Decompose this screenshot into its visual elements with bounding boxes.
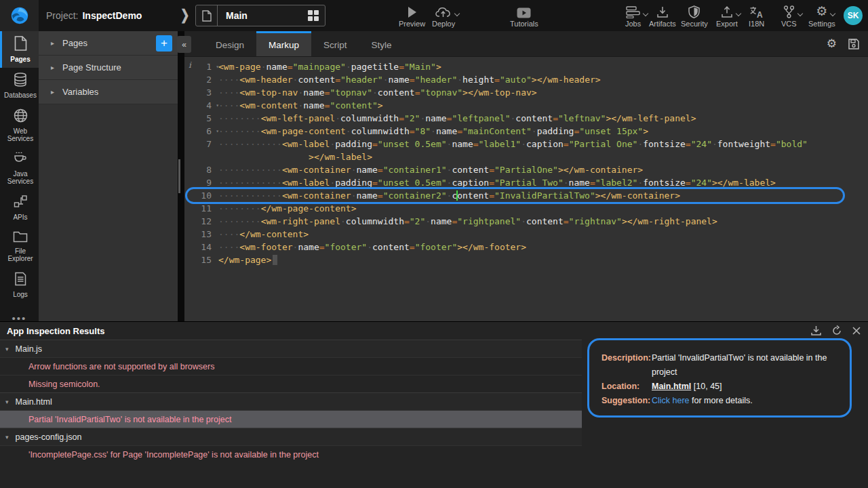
refresh-icon[interactable] [831,325,842,336]
sidebar-item-web-services[interactable]: Web Services [0,104,39,147]
caret-down-icon[interactable]: ▾ [5,399,9,405]
tab-style[interactable]: Style [359,31,404,56]
code-line-14[interactable]: 14····<wm-footer·name="footer"·content="… [184,241,868,253]
sidebar-item-databases[interactable]: Databases [0,68,39,104]
error-detail-tooltip: Description: Partial 'InvalidPartialTwo'… [587,338,852,418]
sidebar-item-file-explorer[interactable]: File Explorer [0,226,39,267]
caret-down-icon[interactable]: ▾ [5,434,9,441]
inspection-error[interactable]: 'IncompletePage.css' for Page 'Incomplet… [0,445,582,463]
tab-markup[interactable]: Markup [256,31,311,56]
code-line-7[interactable]: 7············<wm-label·padding="unset 0.… [184,138,868,163]
tutorials-label: Tutorials [510,20,538,28]
inspection-group-Main.html[interactable]: ▾Main.html [0,392,582,410]
code-line-12[interactable]: 12········<wm-right-panel·columnwidth="2… [184,215,868,228]
collapse-panel-button[interactable]: « [177,36,191,53]
code-line-8[interactable]: 8············<wm-container·name="contain… [184,163,868,176]
top-bar: Project: InspectDemo ❯ Main PreviewDeplo… [0,0,868,31]
code-text: ····<wm-content·name="content"> [214,99,383,112]
tree-section-label: Pages [62,38,87,48]
code-line-9[interactable]: 9············<wm-label·padding="unset 0.… [184,176,868,189]
page-switcher[interactable]: Main [195,5,326,26]
code-line-15[interactable]: 15</wm-page> [184,253,868,266]
tree-section-variables[interactable]: ▸Variables [39,80,178,104]
settings-label: Settings [808,20,835,28]
line-number: 7 [184,138,214,163]
location-file-link[interactable]: Main.html [652,382,691,391]
page-grid-icon[interactable] [308,10,319,22]
line-number: 3 [184,86,214,99]
security-button[interactable]: Security [681,3,708,28]
artifacts-button[interactable]: Artifacts [649,3,676,28]
i18n-label: I18N [749,20,764,28]
current-page-name: Main [218,10,308,21]
tree-section-page-structure[interactable]: ▸Page Structure [39,56,178,80]
gear-icon: ⚙ [816,3,827,18]
code-line-10[interactable]: 10············<wm-container·name="contai… [184,189,868,202]
code-line-1[interactable]: 1▾<wm-page·name="mainpage"·pagetitle="Ma… [184,60,868,73]
sidebar-item-java-services[interactable]: Java Services [0,147,39,190]
export-button[interactable]: Export [716,3,738,28]
tree-section-pages[interactable]: ▸Pages+ [39,31,178,56]
vcs-button[interactable]: VCS [781,3,797,28]
inspection-header: App Inspection Results [0,322,868,340]
code-area[interactable]: i 1▾<wm-page·name="mainpage"·pagetitle="… [184,57,868,266]
i18n-button[interactable]: AI18N [749,3,764,28]
caret-right-icon[interactable]: ▸ [51,64,54,71]
tab-design[interactable]: Design [203,31,256,56]
caret-right-icon[interactable]: ▸ [51,88,54,96]
code-line-6[interactable]: 6▾········<wm-page-content·columnwidth="… [184,125,868,138]
jobs-button[interactable]: Jobs [625,3,641,28]
user-avatar[interactable]: SK [844,6,863,25]
inspection-error-selected[interactable]: Partial 'InvalidPartialTwo' is not avail… [0,410,582,428]
inspection-error[interactable]: Arrow functions are not supported by all… [0,357,582,375]
line-number: 11 [184,202,214,215]
caret-down-icon[interactable]: ▾ [5,346,9,352]
group-file-name: Main.js [16,344,43,354]
tab-script[interactable]: Script [311,31,359,56]
code-text: ········</wm-page-content> [214,202,357,215]
scrollbar-thumb[interactable] [178,159,180,193]
group-file-name: pages-config.json [16,432,82,442]
code-line-2[interactable]: 2····<wm-header·content="header"·name="h… [184,73,868,86]
suggestion-label: Suggestion: [601,394,652,408]
line-number: 12 [184,215,214,228]
suggestion-click-here-link[interactable]: Click here [652,396,690,405]
fold-toggle-icon[interactable]: ▾ [216,99,219,112]
location-label: Location: [601,380,652,394]
chevron-down-icon [643,11,648,16]
deploy-button[interactable]: Deploy [432,3,455,28]
inspection-group-Main.js[interactable]: ▾Main.js [0,340,582,357]
code-line-11[interactable]: 11········</wm-page-content> [184,202,868,215]
fold-toggle-icon[interactable]: ▾ [216,125,219,138]
save-icon[interactable] [848,38,860,50]
code-line-4[interactable]: 4▾····<wm-content·name="content"> [184,99,868,112]
sidebar-item-label: Web Services [2,127,39,142]
inspection-header-actions [810,325,861,336]
sidebar-item-pages[interactable]: Pages [0,31,39,68]
add-page-button[interactable]: + [156,35,172,52]
code-line-13[interactable]: 13····</wm-content> [184,228,868,241]
sidebar-item-logs[interactable]: Logs [0,267,39,303]
line-number: 13 [184,228,214,241]
code-text: ····<wm-header·content="header"·name="he… [214,73,601,86]
sidebar-item-apis[interactable]: APIs [0,190,39,226]
preview-button[interactable]: Preview [399,3,425,28]
wavemaker-logo[interactable] [0,0,39,31]
preview-label: Preview [399,20,425,28]
editor-settings-gear-icon[interactable]: ⚙ [827,37,837,51]
code-line-5[interactable]: 5········<wm-left-panel·columnwidth="2"·… [184,112,868,125]
sidebar-item-label: Java Services [2,170,39,185]
globe-icon [14,108,28,125]
coffee-icon [13,152,28,168]
tutorials-button[interactable]: Tutorials [510,3,538,28]
settings-button[interactable]: ⚙Settings [808,3,835,28]
download-report-icon[interactable] [810,325,822,336]
inspection-error[interactable]: Missing semicolon. [0,375,582,392]
line-number: 1▾ [184,60,214,73]
code-line-3[interactable]: 3····<wm-top-nav·name="topnav"·content="… [184,86,868,99]
close-icon[interactable] [852,326,861,336]
inspection-group-pages-config.json[interactable]: ▾pages-config.json [0,428,582,445]
caret-right-icon[interactable]: ▸ [51,39,54,47]
fold-toggle-icon[interactable]: ▾ [216,60,219,73]
editor-tab-actions: ⚙ [827,31,860,57]
